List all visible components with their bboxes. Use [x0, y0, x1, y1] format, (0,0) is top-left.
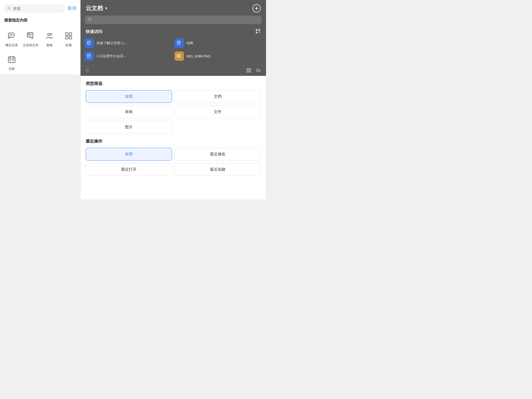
- cancel-button[interactable]: 取消: [68, 6, 76, 11]
- right-panel: 云文档 ▼ 快速访问: [81, 0, 266, 200]
- bottom-bar-icon-1[interactable]: [246, 68, 251, 74]
- quick-item-0[interactable]: 快速了解云空间 | I...: [85, 38, 172, 48]
- cloud-title: 云文档 ▼: [86, 4, 108, 12]
- category-app-label: 应用: [65, 43, 72, 48]
- quick-item-0-label: 快速了解云空间 | I...: [97, 41, 127, 45]
- quick-item-0-icon: [85, 38, 94, 48]
- search-categories: 聊天记录 云空间文件: [0, 27, 80, 51]
- category-group[interactable]: 群组: [40, 27, 59, 51]
- svg-rect-45: [177, 55, 181, 57]
- cloud-add-button[interactable]: [252, 4, 261, 12]
- category-cloud-label: 云空间文件: [23, 43, 38, 48]
- svg-point-12: [48, 34, 50, 36]
- svg-rect-2: [8, 33, 14, 37]
- right-bottom-bar: 三: [81, 65, 266, 76]
- recent-filter-section: 最近操作 全部 最近修改 最近打开 最近创建: [86, 139, 261, 176]
- group-icon: [44, 30, 55, 42]
- category-cloud[interactable]: 云空间文件: [21, 27, 40, 51]
- cloud-title-text: 云文档: [86, 4, 103, 12]
- quick-access-title: 快速访问: [86, 29, 102, 35]
- app-icon: [63, 30, 74, 42]
- svg-rect-22: [10, 60, 11, 61]
- search-input-wrapper[interactable]: [4, 4, 65, 13]
- quick-item-2[interactable]: 3.12运营中心会议...: [85, 51, 172, 61]
- quick-access-grid: 快速了解云空间 | I... 结构: [81, 38, 266, 65]
- quick-access-layout-icon[interactable]: [255, 28, 261, 35]
- category-chat-label: 聊天记录: [5, 43, 18, 48]
- svg-rect-17: [69, 36, 72, 39]
- type-filter-image[interactable]: 图片: [86, 121, 172, 134]
- svg-point-26: [88, 18, 90, 20]
- type-filter-table[interactable]: 表格: [86, 105, 172, 118]
- right-top-section: 云文档 ▼ 快速访问: [81, 0, 266, 76]
- cloud-header: 云文档 ▼: [81, 0, 266, 16]
- svg-rect-50: [247, 69, 249, 70]
- svg-rect-28: [256, 29, 257, 31]
- bottom-bar-left: 三: [86, 69, 89, 73]
- svg-point-54: [256, 69, 259, 72]
- bottom-bar-icon-2[interactable]: [256, 68, 261, 74]
- extra-categories: 日程: [0, 51, 80, 74]
- category-chat[interactable]: 聊天记录: [2, 27, 21, 51]
- category-calendar-label: 日程: [9, 67, 15, 71]
- quick-item-1-label: 结构: [187, 41, 193, 45]
- recent-filter-created[interactable]: 最近创建: [175, 163, 261, 176]
- cloud-title-dropdown-icon[interactable]: ▼: [104, 6, 108, 10]
- type-filter-all[interactable]: 全部: [86, 90, 172, 103]
- left-empty-area: [0, 74, 80, 200]
- type-filter-title: 类型筛选: [86, 81, 261, 87]
- svg-rect-52: [247, 71, 249, 72]
- category-group-label: 群组: [46, 43, 53, 48]
- right-search-input[interactable]: [94, 18, 259, 22]
- svg-rect-29: [258, 29, 260, 31]
- search-icon: [7, 6, 11, 11]
- bottom-bar-icons: [246, 68, 261, 74]
- svg-point-0: [8, 7, 10, 9]
- quick-access-header: 快速访问: [81, 27, 266, 38]
- svg-rect-15: [69, 33, 72, 35]
- svg-rect-23: [12, 60, 14, 61]
- right-search-bar[interactable]: [85, 16, 262, 24]
- recent-filter-row1: 全部 最近修改: [86, 148, 261, 161]
- quick-item-3[interactable]: IMG_0096.PNG: [175, 51, 262, 61]
- recent-filter-opened[interactable]: 最近打开: [86, 163, 172, 176]
- type-filter-row1: 全部 文档: [86, 90, 261, 103]
- quick-item-1-icon: [175, 38, 184, 48]
- svg-rect-18: [8, 57, 15, 63]
- right-search-icon: [88, 18, 91, 22]
- type-filter-row2: 表格 文件: [86, 105, 261, 118]
- calendar-icon: [6, 54, 17, 65]
- quick-item-1[interactable]: 结构: [175, 38, 262, 48]
- quick-item-2-label: 3.12运营中心会议...: [97, 54, 126, 58]
- type-filter-row3: 图片: [86, 121, 261, 134]
- recent-filter-modified[interactable]: 最近修改: [175, 148, 261, 161]
- svg-rect-14: [65, 33, 68, 35]
- svg-rect-53: [249, 71, 251, 72]
- search-section-title: 搜索指定内容: [0, 16, 80, 27]
- svg-rect-16: [65, 36, 68, 39]
- cloud-icon: [25, 30, 36, 42]
- svg-line-27: [90, 20, 91, 21]
- category-app[interactable]: 应用: [59, 27, 78, 51]
- chat-icon: [6, 30, 17, 42]
- svg-rect-51: [249, 69, 251, 70]
- recent-filter-row2: 最近打开 最近创建: [86, 163, 261, 176]
- svg-line-1: [10, 9, 11, 10]
- search-bar-container: 取消: [0, 0, 80, 16]
- search-input[interactable]: [13, 6, 62, 11]
- recent-filter-title: 最近操作: [86, 139, 261, 144]
- svg-point-13: [50, 34, 52, 35]
- left-panel: 取消 搜索指定内容 聊天记录: [0, 0, 81, 200]
- recent-filter-all[interactable]: 全部: [86, 148, 172, 161]
- quick-item-3-icon: [175, 51, 184, 61]
- svg-rect-30: [256, 32, 257, 33]
- right-bottom-section: 类型筛选 全部 文档 表格 文件 图片 最近操作 全部 最近修改 最近打开 最近…: [81, 76, 266, 200]
- type-filter-doc[interactable]: 文档: [175, 90, 261, 103]
- quick-item-3-label: IMG_0096.PNG: [187, 54, 211, 58]
- quick-item-2-icon: [85, 51, 94, 61]
- category-calendar[interactable]: 日程: [2, 51, 21, 74]
- type-filter-file[interactable]: 文件: [175, 105, 261, 118]
